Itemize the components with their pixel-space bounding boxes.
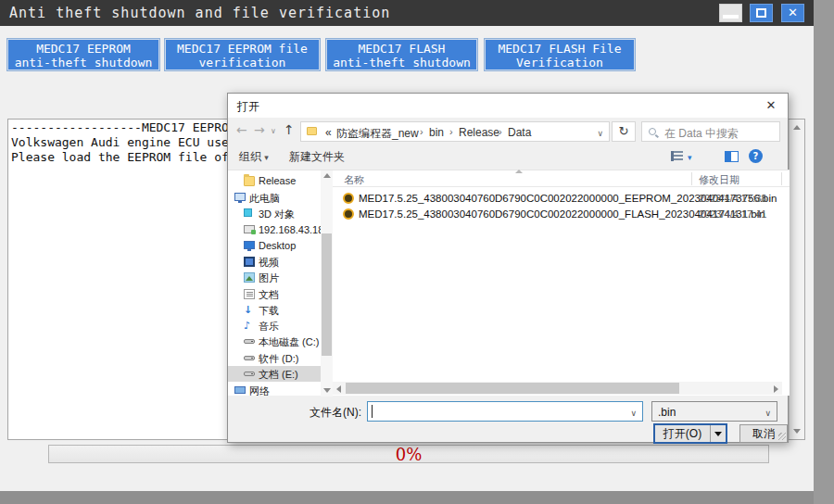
breadcrumb-item[interactable]: bin (429, 126, 444, 139)
bin-file-icon (343, 208, 354, 220)
button-label: MEDC17 EEPROM file (166, 42, 319, 56)
view-list-icon[interactable] (671, 151, 683, 161)
scroll-left-icon[interactable] (336, 385, 341, 393)
sidebar-item-documents[interactable]: 文档 (228, 286, 321, 302)
dialog-titlebar: 打开 ✕ (228, 94, 788, 118)
filename-input[interactable]: ∨ (367, 401, 643, 422)
sidebar-item-disk-e[interactable]: 文档 (E:) (228, 366, 321, 382)
computer-icon (234, 193, 246, 201)
sidebar-item-network-host[interactable]: 192.168.43.187 (228, 222, 321, 238)
sidebar-item-music[interactable]: ♪ 音乐 (228, 318, 321, 334)
sidebar-item-release[interactable]: Release (228, 173, 321, 189)
cube-icon (244, 208, 252, 217)
scroll-up-icon[interactable] (323, 173, 331, 178)
forward-icon[interactable]: → (254, 122, 265, 137)
medc17-eeprom-shutdown-button[interactable]: MEDC17 EEPROM anti-theft shutdown (7, 39, 159, 70)
refresh-button[interactable]: ↻ (612, 121, 636, 142)
back-icon[interactable]: ← (236, 122, 247, 137)
filetype-select[interactable]: .bin ∨ (651, 401, 777, 422)
progress-label: 0% (49, 446, 768, 463)
address-dropdown-icon[interactable]: ∨ (597, 129, 603, 138)
sidebar-item-disk-d[interactable]: 软件 (D:) (228, 350, 321, 366)
list-header: 名称 修改日期 (333, 170, 790, 187)
network-computer-icon (244, 225, 255, 233)
breadcrumb-item[interactable]: 防盗编程器_new (336, 126, 419, 142)
dialog-close-button[interactable]: ✕ (762, 97, 780, 114)
view-caret-icon[interactable]: ▾ (688, 153, 692, 162)
sidebar-item-network[interactable]: 网络 (228, 383, 321, 398)
breadcrumb-separator: › (449, 126, 453, 137)
scroll-down-icon[interactable] (323, 388, 331, 393)
file-date: 2023/4/4 17:41 (699, 208, 766, 220)
open-dropdown-icon[interactable] (710, 425, 726, 442)
search-placeholder: 在 Data 中搜索 (664, 126, 739, 142)
sidebar-item-desktop[interactable]: Desktop (228, 238, 321, 254)
file-row[interactable]: MED17.5.25_438003040760D6790C0C002022000… (333, 207, 790, 222)
sidebar-item-disk-c[interactable]: 本地磁盘 (C:) (228, 334, 321, 349)
chevron-down-icon: ∨ (764, 409, 771, 418)
button-label: MEDC17 FLASH File (486, 42, 634, 56)
minimize-icon (723, 15, 739, 19)
address-bar[interactable]: « 防盗编程器_new › bin › Release › Data ∨ (300, 121, 610, 142)
disk-icon (244, 372, 255, 376)
scrollbar-thumb[interactable] (322, 233, 332, 356)
help-icon[interactable]: ? (749, 149, 763, 163)
button-label: anti-theft shutdown (8, 56, 158, 69)
sidebar-item-videos[interactable]: 视频 (228, 254, 321, 270)
up-icon[interactable]: ↑ (284, 122, 295, 137)
text-caret (372, 405, 373, 418)
chevron-down-icon[interactable]: ∨ (630, 409, 637, 418)
button-label: MEDC17 EEPROM (8, 42, 158, 56)
close-icon: ✕ (766, 98, 777, 112)
sidebar-item-3d-objects[interactable]: 3D 对象 (228, 206, 321, 221)
column-name[interactable]: 名称 (344, 173, 364, 187)
organize-menu[interactable]: 组织 ▾ (239, 149, 269, 165)
open-file-dialog: 打开 ✕ ← → ∨ ↑ « 防盗编程器_new › bin › Release… (227, 93, 789, 443)
maximize-button[interactable] (750, 4, 773, 22)
breadcrumb-separator: › (420, 126, 423, 137)
medc17-flash-shutdown-button[interactable]: MEDC17 FLASH anti-theft shutdown (326, 39, 477, 70)
desktop-background (0, 491, 814, 504)
desktop-background (814, 0, 834, 504)
picture-icon (244, 272, 255, 283)
button-label: Verification (486, 56, 634, 69)
file-row[interactable]: MED17.5.25_438003040760D6790C0C002022000… (333, 191, 790, 207)
sort-asc-icon (515, 170, 523, 173)
organize-label: 组织 (239, 150, 261, 163)
sidebar-item-this-pc[interactable]: 此电脑 (228, 190, 321, 206)
music-icon: ♪ (244, 321, 255, 331)
medc17-eeprom-verify-button[interactable]: MEDC17 EEPROM file verification (165, 39, 320, 70)
new-folder-button[interactable]: 新建文件夹 (289, 149, 345, 165)
close-icon: ✕ (788, 6, 798, 19)
monitor-icon (244, 241, 255, 249)
close-button[interactable]: ✕ (781, 4, 804, 22)
open-button[interactable]: 打开(O) (653, 423, 727, 444)
file-date: 2023/4/4 17:38 (699, 193, 766, 204)
log-scrollbar[interactable] (789, 120, 804, 439)
breadcrumb-item[interactable]: Data (508, 126, 531, 139)
scroll-down-icon[interactable] (793, 429, 801, 434)
folder-icon (307, 127, 317, 135)
minimize-button[interactable] (719, 4, 742, 22)
refresh-icon: ↻ (619, 124, 629, 138)
breadcrumb-item[interactable]: Release (459, 126, 499, 139)
history-chevron-icon[interactable]: ∨ (271, 127, 276, 135)
app-title: Anti theft shutdown and file verificatio… (9, 5, 390, 21)
column-date[interactable]: 修改日期 (699, 173, 739, 187)
filetype-value: .bin (658, 406, 676, 419)
bin-file-icon (343, 193, 354, 204)
button-label: MEDC17 FLASH (327, 42, 476, 56)
horizontal-scrollbar[interactable] (333, 382, 782, 395)
sidebar-item-pictures[interactable]: 图片 (228, 270, 321, 285)
scrollbar-thumb[interactable] (346, 383, 679, 394)
sidebar-scrollbar[interactable] (321, 170, 333, 397)
search-input[interactable]: 在 Data 中搜索 (641, 121, 780, 142)
dialog-content: Release 此电脑 3D 对象 192.168.43.187 Desktop… (228, 170, 790, 396)
scroll-up-icon[interactable] (793, 125, 801, 130)
column-divider (691, 172, 692, 185)
resize-grip[interactable] (778, 433, 786, 440)
sidebar-item-downloads[interactable]: ↓ 下载 (228, 302, 321, 318)
scroll-right-icon[interactable] (774, 385, 778, 393)
preview-pane-icon[interactable] (725, 151, 739, 162)
medc17-flash-verify-button[interactable]: MEDC17 FLASH File Verification (485, 39, 635, 70)
